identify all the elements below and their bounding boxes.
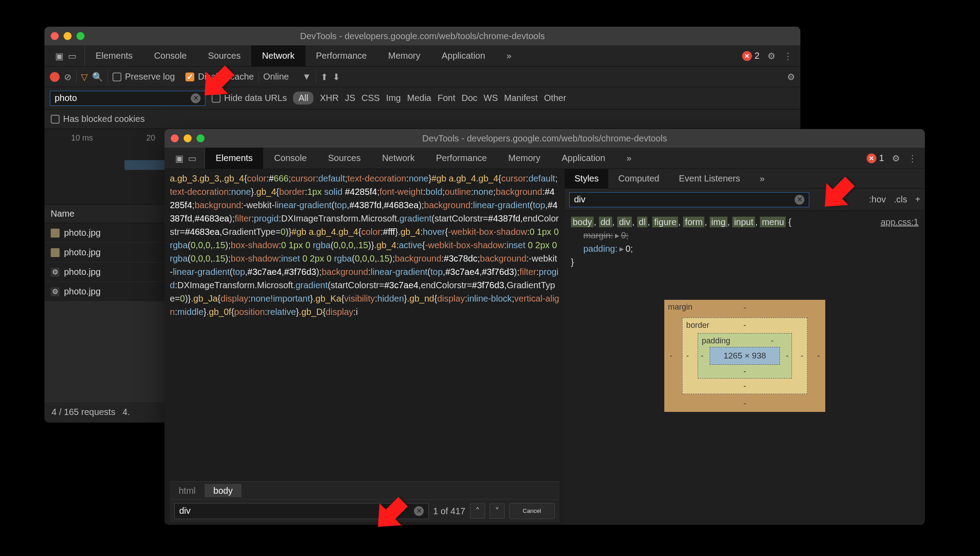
kebab-menu-icon[interactable]: ⋮ [783,51,792,61]
filter-all[interactable]: All [293,92,313,105]
has-blocked-cookies-checkbox[interactable]: Has blocked cookies [51,114,145,124]
rule-source-location[interactable]: app.css:1 [880,215,919,229]
error-count-badge[interactable]: ✕ 2 [742,51,759,61]
tab-event-listeners[interactable]: Event Listeners [669,169,750,188]
inspect-element-icon[interactable]: ▣ [175,153,184,164]
tab-sources[interactable]: Sources [197,45,251,66]
tab-console[interactable]: Console [143,45,197,66]
download-har-icon[interactable]: ⬇ [333,72,340,82]
filter-row: ✕ Hide data URLs All XHR JS CSS Img Medi… [44,87,800,109]
filter-input-wrap: ✕ [50,91,205,106]
clear-filter-icon[interactable]: ✕ [191,93,201,103]
tab-memory[interactable]: Memory [498,148,551,169]
filter-doc[interactable]: Doc [462,93,478,103]
settings-gear-icon[interactable]: ⚙ [892,153,900,164]
device-toggle-icon[interactable]: ▭ [68,51,76,61]
error-icon: ✕ [742,51,752,61]
left-tool-icons: ▣ ▭ [165,148,205,169]
filter-input[interactable] [55,93,191,103]
maximize-window-button[interactable] [197,134,205,142]
new-rule-button[interactable]: + [915,194,920,205]
upload-har-icon[interactable]: ⬆ [321,72,328,82]
breadcrumb-body[interactable]: body [205,484,241,497]
more-tabs-icon[interactable]: » [496,45,522,66]
tab-application[interactable]: Application [551,148,616,169]
traffic-lights [51,32,84,40]
clear-search-icon[interactable]: ✕ [414,506,424,516]
filter-toggle-icon[interactable]: ▽ [81,72,88,82]
filter-font[interactable]: Font [438,93,455,103]
tab-memory[interactable]: Memory [378,45,431,66]
left-tool-icons: ▣ ▭ [44,45,85,66]
filter-other[interactable]: Other [544,93,566,103]
dom-source-pane: a.gb_3.gb_3,.gb_4{color:#666;cursor:defa… [165,169,565,525]
error-count: 2 [755,51,759,61]
preserve-log-label: Preserve log [125,72,175,82]
tab-application[interactable]: Application [431,45,496,66]
disable-cache-checkbox[interactable]: Disable cache [185,72,254,82]
tab-performance[interactable]: Performance [305,45,378,66]
error-icon: ✕ [867,153,876,163]
hide-data-urls-checkbox[interactable]: Hide data URLs [212,93,287,103]
window-title: DevTools - developers.google.com/web/too… [300,31,545,41]
search-next-button[interactable]: ˅ [490,504,505,519]
tab-elements[interactable]: Elements [85,45,143,66]
request-filename: photo.jpg [64,286,100,297]
maximize-window-button[interactable] [76,32,84,40]
clear-styles-filter-icon[interactable]: ✕ [795,195,804,205]
tab-elements[interactable]: Elements [205,148,263,169]
network-toolbar: ⊘ ▽ 🔍 Preserve log Disable cache Online … [44,67,800,87]
tab-performance[interactable]: Performance [426,148,498,169]
cls-toggle[interactable]: .cls [894,194,907,205]
more-styles-tabs-icon[interactable]: » [750,169,775,188]
tab-computed[interactable]: Computed [608,169,669,188]
device-toggle-icon[interactable]: ▭ [188,153,197,164]
breadcrumb-html[interactable]: html [170,484,205,497]
more-tabs-icon[interactable]: » [616,148,642,169]
filter-css[interactable]: CSS [361,93,380,103]
filter-media[interactable]: Media [407,93,431,103]
settings-gear-icon[interactable]: ⚙ [767,51,775,61]
inspect-element-icon[interactable]: ▣ [55,51,64,61]
minimize-window-button[interactable] [184,134,192,142]
css-source-view[interactable]: a.gb_3.gb_3,.gb_4{color:#666;cursor:defa… [170,172,559,481]
search-prev-button[interactable]: ˄ [470,504,485,519]
search-cancel-button[interactable]: Cancel [509,503,555,519]
filter-xhr[interactable]: XHR [320,93,338,103]
hov-toggle[interactable]: :hov [869,194,886,205]
rule-closing-brace: } [571,255,919,269]
error-count: 1 [879,153,884,163]
checkbox-icon [112,73,121,81]
minimize-window-button[interactable] [64,32,72,40]
kebab-menu-icon[interactable]: ⋮ [908,153,917,164]
close-window-button[interactable] [51,32,59,40]
filter-img[interactable]: Img [386,93,401,103]
rule-property-row[interactable]: margin:0; [571,229,919,242]
search-icon[interactable]: 🔍 [92,72,103,82]
error-count-badge[interactable]: ✕ 1 [867,153,884,163]
rule-property-row[interactable]: padding:0; [571,242,919,255]
tab-console[interactable]: Console [263,148,317,169]
tab-sources[interactable]: Sources [317,148,371,169]
network-settings-gear-icon[interactable]: ⚙ [787,72,795,82]
tab-network[interactable]: Network [371,148,425,169]
hide-data-urls-label: Hide data URLs [224,93,287,103]
tab-styles[interactable]: Styles [565,169,608,188]
blocked-cookies-row: Has blocked cookies [44,109,800,129]
close-window-button[interactable] [171,134,179,142]
throttling-select[interactable]: Online ▼ [263,72,311,82]
filter-ws[interactable]: WS [484,93,498,103]
service-worker-file-icon [51,287,60,296]
tab-network[interactable]: Network [251,45,305,66]
search-input[interactable] [179,506,414,516]
divider [316,71,316,83]
devtools-window-elements: DevTools - developers.google.com/web/too… [165,129,925,525]
filter-manifest[interactable]: Manifest [504,93,538,103]
styles-filter-input[interactable] [574,194,795,205]
filter-js[interactable]: JS [345,93,355,103]
box-model[interactable]: margin - - - - border - - - - padding - [565,300,925,412]
css-rule-block[interactable]: app.css:1 body, dd, div, dl, figure, for… [565,211,925,273]
record-button[interactable] [50,72,60,82]
preserve-log-checkbox[interactable]: Preserve log [112,72,175,82]
clear-button-icon[interactable]: ⊘ [64,72,72,82]
